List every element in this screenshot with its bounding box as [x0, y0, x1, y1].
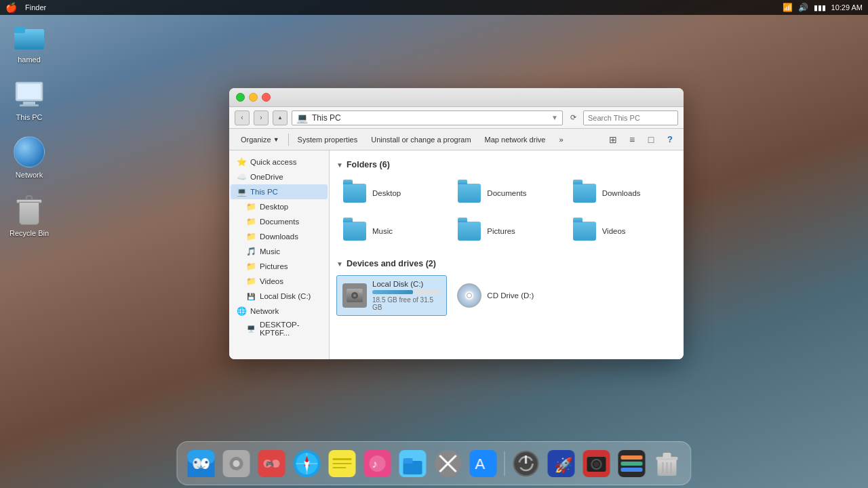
hamed-label: hamed [18, 56, 41, 64]
dock-item-photo-booth[interactable] [581, 448, 612, 479]
device-item-cd-drive-d[interactable]: CD Drive (D:) [451, 275, 561, 316]
svg-point-19 [205, 461, 208, 464]
organize-button[interactable]: Organize ▼ [235, 131, 285, 148]
svg-point-18 [195, 461, 197, 464]
folder-music-icon [342, 219, 367, 243]
cloud-icon: ☁️ [236, 171, 247, 182]
sidebar-item-quick-access[interactable]: ⭐ Quick access [231, 155, 328, 169]
folder-item-pictures[interactable]: Pictures [451, 214, 561, 248]
folder-item-desktop[interactable]: Desktop [336, 176, 447, 210]
devices-grid: Local Disk (C:) 18.5 GB free of 31.5 GB [336, 275, 677, 316]
dock-item-trash[interactable] [652, 448, 683, 479]
uninstall-button[interactable]: Uninstall or change a program [365, 131, 477, 148]
sidebar-item-local-disk[interactable]: 💾 Local Disk (C:) [231, 289, 328, 304]
desktop-icon-network[interactable]: Network [5, 136, 53, 180]
network-label: Network [16, 171, 43, 180]
dock-item-safari[interactable] [292, 448, 323, 479]
device-local-disk-space: 18.5 GB free of 31.5 GB [372, 296, 441, 311]
folders-toggle[interactable]: ▼ [336, 161, 343, 169]
recycle-bin-label: Recycle Bin [9, 229, 49, 238]
wifi-icon[interactable]: 📶 [783, 3, 793, 12]
dock-item-stack[interactable] [616, 448, 648, 479]
desktop-icon-recycle-bin[interactable]: Recycle Bin [5, 194, 53, 238]
desktop-icons: hamed This PC Network [5, 20, 53, 238]
search-input[interactable] [583, 110, 678, 125]
address-dropdown[interactable]: ▼ [551, 114, 558, 121]
help-button[interactable]: ? [662, 131, 678, 148]
sidebar-downloads-label: Downloads [260, 232, 298, 241]
svg-text:🎮: 🎮 [266, 460, 275, 468]
folder-icon-documents: 📁 [245, 216, 256, 227]
svg-point-10 [353, 294, 356, 297]
folder-pictures-icon [457, 219, 481, 243]
apple-menu[interactable]: 🍎 [5, 2, 17, 13]
map-network-button[interactable]: Map network drive [479, 131, 552, 148]
sidebar-item-music[interactable]: 🎵 Music [231, 244, 328, 259]
folder-desktop-name: Desktop [372, 189, 401, 197]
device-cd-name: CD Drive (D:) [487, 291, 555, 300]
folder-item-music[interactable]: Music [336, 214, 447, 248]
forward-button[interactable]: › [254, 110, 269, 125]
dock-item-system-prefs[interactable] [221, 448, 252, 479]
maximize-button[interactable] [236, 93, 245, 102]
sidebar-item-videos[interactable]: 📁 Videos [231, 274, 328, 289]
svg-rect-63 [663, 453, 671, 458]
dock-item-files[interactable] [397, 448, 429, 479]
folder-desktop-icon [342, 181, 367, 205]
folder-icon-videos: 📁 [245, 276, 256, 287]
device-cd-info: CD Drive (D:) [487, 291, 555, 300]
folder-documents-icon [457, 181, 481, 205]
view-tiles-button[interactable]: ⊞ [605, 131, 621, 148]
device-local-disk-fill [372, 290, 413, 294]
this-pc-icon [13, 78, 45, 110]
dock-item-game-center[interactable]: 🎮 [256, 448, 288, 479]
refresh-button[interactable]: ⟳ [567, 112, 579, 124]
view-details-button[interactable]: ≡ [624, 131, 640, 148]
close-button[interactable] [262, 93, 271, 102]
sidebar-desktop-label: Desktop [260, 203, 288, 211]
sidebar-item-pictures[interactable]: 📁 Pictures [231, 259, 328, 274]
dock-item-notes[interactable] [327, 448, 358, 479]
devices-toggle[interactable]: ▼ [336, 260, 343, 268]
svg-point-56 [594, 462, 599, 467]
sidebar-item-downloads[interactable]: 📁 Downloads [231, 229, 328, 244]
back-button[interactable]: ‹ [235, 110, 250, 125]
dock-item-power[interactable] [511, 448, 542, 479]
sidebar-desktop-kpt6f-label: DESKTOP-KPT6F... [260, 321, 322, 337]
dock-item-rocket[interactable]: 🚀 [546, 448, 577, 479]
folder-item-documents[interactable]: Documents [451, 176, 561, 210]
sidebar-item-this-pc[interactable]: 💻 This PC [231, 184, 328, 199]
sidebar-item-network[interactable]: 🌐 Network [231, 304, 328, 319]
device-item-local-disk-c[interactable]: Local Disk (C:) 18.5 GB free of 31.5 GB [336, 275, 447, 316]
sidebar-onedrive-label: OneDrive [250, 173, 283, 181]
svg-rect-4 [18, 84, 41, 99]
dock-item-finder[interactable] [186, 448, 217, 479]
system-properties-button[interactable]: System properties [292, 131, 364, 148]
sidebar-item-onedrive[interactable]: ☁️ OneDrive [231, 169, 328, 184]
sidebar-item-desktop[interactable]: 📁 Desktop [231, 199, 328, 214]
more-label: » [559, 136, 563, 144]
dock-item-itunes[interactable]: ♪ [362, 448, 393, 479]
address-path[interactable]: 💻 This PC ▼ [292, 110, 563, 125]
title-bar [229, 88, 684, 107]
folder-item-downloads[interactable]: Downloads [566, 176, 677, 210]
device-local-disk-info: Local Disk (C:) 18.5 GB free of 31.5 GB [372, 280, 441, 311]
more-button[interactable]: » [553, 131, 569, 148]
dock-item-launchpad[interactable] [433, 448, 464, 479]
device-local-disk-name: Local Disk (C:) [372, 280, 441, 288]
folders-grid: Desktop Documents Downloads [336, 176, 677, 248]
folder-icon-music: 🎵 [245, 246, 256, 257]
folder-item-videos[interactable]: Videos [566, 214, 677, 248]
finder-menu[interactable]: Finder [25, 3, 46, 12]
up-button[interactable]: ▲ [273, 110, 288, 125]
desktop-icon-this-pc[interactable]: This PC [5, 78, 53, 122]
dock-item-app-store[interactable]: A [468, 448, 499, 479]
desktop-icon-hamed[interactable]: hamed [5, 20, 53, 64]
sidebar-pictures-label: Pictures [260, 262, 288, 270]
view-toggle-button[interactable]: □ [643, 131, 659, 148]
svg-point-11 [359, 291, 361, 293]
minimize-button[interactable] [249, 93, 258, 102]
sidebar-item-desktop-kpt6f[interactable]: 🖥️ DESKTOP-KPT6F... [231, 319, 328, 339]
sidebar-item-documents[interactable]: 📁 Documents [231, 214, 328, 229]
volume-icon[interactable]: 🔊 [798, 3, 808, 12]
